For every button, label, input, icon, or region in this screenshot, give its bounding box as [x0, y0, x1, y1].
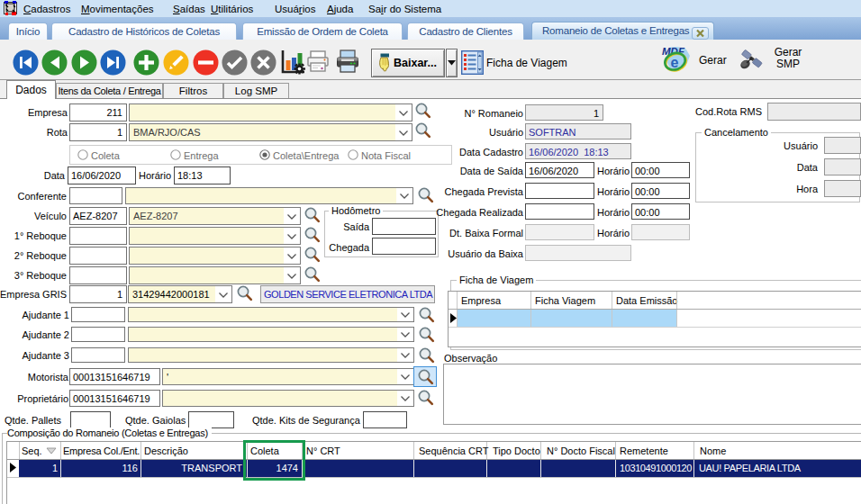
svg-text:e: e [671, 55, 679, 70]
